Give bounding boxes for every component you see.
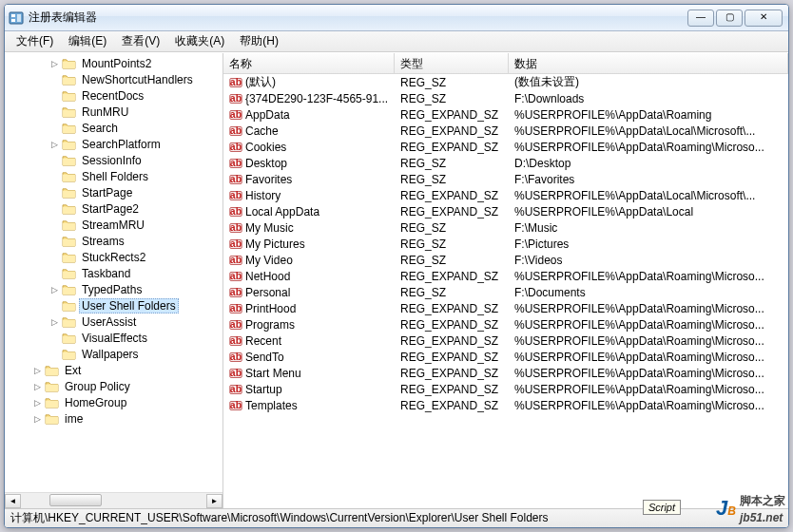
tree-node[interactable]: NewShortcutHandlers [5, 71, 222, 87]
folder-icon [62, 284, 76, 295]
tree-node[interactable]: StartPage2 [5, 200, 222, 217]
folder-icon [62, 139, 76, 150]
tree-node[interactable]: ▷SearchPlatform [5, 136, 222, 152]
scroll-thumb[interactable] [49, 494, 102, 506]
string-value-icon [229, 157, 242, 170]
tree-node[interactable]: User Shell Folders [5, 297, 222, 314]
column-data[interactable]: 数据 [509, 53, 788, 73]
value-row[interactable]: My VideoREG_SZF:\Videos [223, 252, 788, 268]
menu-item[interactable]: 帮助(H) [232, 31, 286, 51]
value-type: REG_EXPAND_SZ [395, 367, 509, 380]
tree-node[interactable]: Shell Folders [5, 168, 222, 184]
tree-node[interactable]: Streams [5, 233, 222, 249]
tree-node[interactable]: ▷ime [5, 410, 222, 427]
value-row[interactable]: CookiesREG_EXPAND_SZ%USERPROFILE%\AppDat… [223, 139, 788, 155]
tree-node[interactable]: Taskband [5, 265, 222, 281]
scroll-track[interactable] [21, 494, 206, 508]
leaf-icon [48, 90, 60, 102]
expand-icon[interactable]: ▷ [48, 58, 60, 69]
value-row[interactable]: Start MenuREG_EXPAND_SZ%USERPROFILE%\App… [223, 365, 788, 381]
expand-icon[interactable]: ▷ [31, 381, 43, 392]
maximize-button[interactable]: ▢ [716, 10, 743, 27]
value-row[interactable]: My MusicREG_SZF:\Music [223, 219, 788, 236]
folder-icon [62, 106, 76, 118]
tree-node[interactable]: StuckRects2 [5, 249, 222, 265]
value-type: REG_EXPAND_SZ [395, 205, 509, 218]
title-bar[interactable]: 注册表编辑器 — ▢ ✕ [5, 5, 788, 31]
tree-node[interactable]: Search [5, 120, 222, 136]
value-row[interactable]: My PicturesREG_SZF:\Pictures [223, 236, 788, 252]
expand-icon[interactable]: ▷ [31, 413, 43, 425]
tree-node[interactable]: StreamMRU [5, 217, 222, 233]
tree-node[interactable]: ▷Ext [5, 362, 222, 378]
value-row[interactable]: HistoryREG_EXPAND_SZ%USERPROFILE%\AppDat… [223, 187, 788, 203]
value-row[interactable]: StartupREG_EXPAND_SZ%USERPROFILE%\AppDat… [223, 381, 788, 397]
value-row[interactable]: (默认)REG_SZ(数值未设置) [223, 74, 788, 90]
string-value-icon [229, 383, 242, 396]
value-type: REG_SZ [395, 254, 509, 267]
expand-icon[interactable]: ▷ [48, 284, 60, 295]
value-name: NetHood [245, 270, 290, 283]
close-button[interactable]: ✕ [745, 10, 783, 27]
tree-node[interactable]: ▷TypedPaths [5, 281, 222, 297]
tree-node[interactable]: RecentDocs [5, 87, 222, 104]
tree-node-label: Taskband [79, 267, 133, 280]
expand-icon[interactable]: ▷ [48, 316, 60, 328]
tree-node[interactable]: Wallpapers [5, 346, 222, 362]
column-name[interactable]: 名称 [223, 53, 395, 73]
value-type: REG_EXPAND_SZ [395, 318, 509, 332]
value-row[interactable]: FavoritesREG_SZF:\Favorites [223, 171, 788, 187]
value-row[interactable]: ProgramsREG_EXPAND_SZ%USERPROFILE%\AppDa… [223, 316, 788, 332]
menu-item[interactable]: 收藏夹(A) [167, 31, 232, 51]
menu-item[interactable]: 查看(V) [114, 31, 167, 51]
value-row[interactable]: DesktopREG_SZD:\Desktop [223, 155, 788, 171]
string-value-icon [229, 334, 242, 348]
value-row[interactable]: PersonalREG_SZF:\Documents [223, 284, 788, 300]
tree-node-label: Shell Folders [79, 170, 151, 183]
value-row[interactable]: AppDataREG_EXPAND_SZ%USERPROFILE%\AppDat… [223, 106, 788, 123]
tree-node-label: RecentDocs [79, 89, 146, 103]
expand-icon[interactable]: ▷ [31, 397, 43, 408]
value-type: REG_SZ [395, 221, 509, 235]
tree-node[interactable]: RunMRU [5, 104, 222, 120]
expand-icon[interactable]: ▷ [48, 139, 60, 150]
value-row[interactable]: CacheREG_EXPAND_SZ%USERPROFILE%\AppData\… [223, 123, 788, 139]
value-list[interactable]: (默认)REG_SZ(数值未设置){374DE290-123F-4565-91.… [223, 74, 788, 508]
horizontal-scrollbar[interactable]: ◄ ► [5, 492, 222, 508]
tree-node[interactable]: VisualEffects [5, 330, 222, 346]
column-type[interactable]: 类型 [395, 53, 509, 73]
scroll-right-button[interactable]: ► [206, 494, 222, 508]
value-row[interactable]: RecentREG_EXPAND_SZ%USERPROFILE%\AppData… [223, 332, 788, 349]
folder-icon [62, 316, 76, 328]
scroll-left-button[interactable]: ◄ [5, 494, 21, 508]
tree-node-label: HomeGroup [62, 396, 129, 409]
tree-node-label: Ext [62, 364, 84, 377]
value-row[interactable]: NetHoodREG_EXPAND_SZ%USERPROFILE%\AppDat… [223, 268, 788, 284]
value-row[interactable]: TemplatesREG_EXPAND_SZ%USERPROFILE%\AppD… [223, 397, 788, 413]
tree-node-label: Streams [79, 235, 127, 248]
value-type: REG_SZ [395, 173, 509, 186]
tree-node-label: Group Policy [62, 380, 133, 393]
string-value-icon [229, 108, 242, 122]
tree-node[interactable]: ▷UserAssist [5, 314, 222, 330]
tree-node[interactable]: ▷HomeGroup [5, 394, 222, 410]
value-row[interactable]: PrintHoodREG_EXPAND_SZ%USERPROFILE%\AppD… [223, 300, 788, 316]
menu-item[interactable]: 文件(F) [9, 31, 61, 51]
expand-icon[interactable]: ▷ [31, 365, 43, 376]
tree-node[interactable]: ▷MountPoints2 [5, 55, 222, 71]
tree-node[interactable]: SessionInfo [5, 152, 222, 168]
menu-item[interactable]: 编辑(E) [61, 31, 114, 51]
tree-node[interactable]: StartPage [5, 184, 222, 200]
value-row[interactable]: {374DE290-123F-4565-91...REG_SZF:\Downlo… [223, 90, 788, 106]
value-data: %USERPROFILE%\AppData\Roaming\Microso... [509, 383, 788, 396]
value-name: Local AppData [245, 205, 319, 218]
value-row[interactable]: SendToREG_EXPAND_SZ%USERPROFILE%\AppData… [223, 349, 788, 365]
leaf-icon [48, 332, 60, 344]
value-row[interactable]: Local AppDataREG_EXPAND_SZ%USERPROFILE%\… [223, 203, 788, 219]
minimize-button[interactable]: — [687, 10, 714, 27]
tree-node-label: Wallpapers [79, 348, 142, 361]
tree-node-label: VisualEffects [79, 332, 150, 345]
tree-node[interactable]: ▷Group Policy [5, 378, 222, 394]
string-value-icon [229, 92, 242, 105]
registry-tree[interactable]: ▷MountPoints2NewShortcutHandlersRecentDo… [5, 53, 222, 492]
